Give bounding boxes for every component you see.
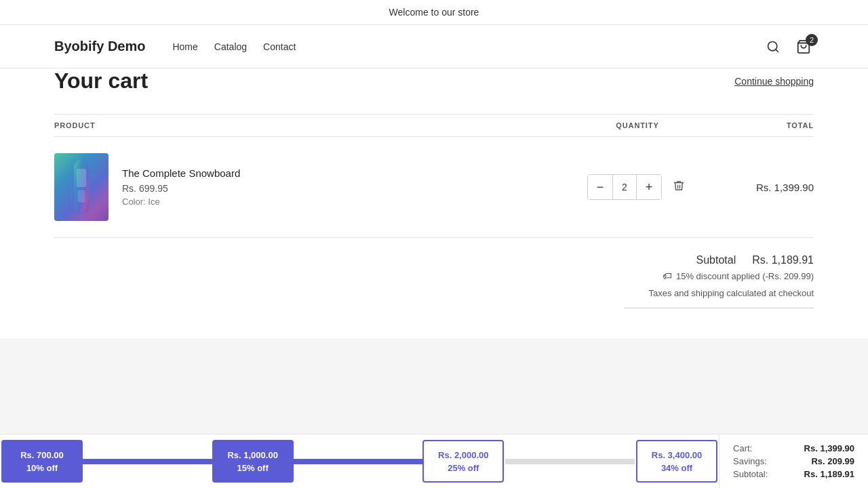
site-logo[interactable]: Byobify Demo: [54, 39, 145, 54]
announcement-bar: Welcome to our store: [0, 0, 868, 25]
snowboard-svg: [68, 157, 95, 218]
header-icons: 2: [764, 37, 814, 57]
quantity-control: − 2 +: [587, 174, 662, 200]
cart-button[interactable]: 2: [793, 37, 814, 57]
quantity-cell: − 2 +: [570, 174, 705, 200]
nav-catalog[interactable]: Catalog: [214, 41, 247, 52]
search-icon: [766, 40, 780, 54]
cart-table-header: PRODUCT QUANTITY TOTAL: [54, 114, 814, 137]
subtotal-label: Subtotal: [696, 254, 736, 266]
cart-item: The Complete Snowboard Rs. 699.95 Color:…: [54, 137, 814, 238]
product-image: [54, 153, 108, 221]
svg-line-1: [776, 49, 778, 52]
announcement-text: Welcome to our store: [389, 7, 479, 18]
svg-rect-5: [78, 190, 85, 203]
cart-header: Your cart Continue shopping: [54, 68, 814, 94]
taxes-note: Taxes and shipping calculated at checkou…: [648, 288, 814, 298]
quantity-value: 2: [612, 175, 637, 199]
trash-icon: [673, 180, 685, 192]
col-product-header: PRODUCT: [54, 121, 570, 129]
cart-summary: Subtotal Rs. 1,189.91 🏷 15% discount app…: [54, 238, 814, 325]
continue-shopping-button[interactable]: Continue shopping: [734, 76, 814, 87]
search-button[interactable]: [764, 37, 783, 56]
header: Byobify Demo Home Catalog Contact 2: [0, 25, 868, 68]
product-cell: The Complete Snowboard Rs. 699.95 Color:…: [54, 153, 570, 221]
discount-row: 🏷 15% discount applied (-Rs. 209.99): [663, 270, 814, 281]
nav-home[interactable]: Home: [172, 41, 197, 52]
item-total: Rs. 1,399.90: [705, 182, 814, 193]
svg-rect-4: [77, 169, 86, 187]
nav-contact[interactable]: Contact: [263, 41, 296, 52]
quantity-increase-button[interactable]: +: [637, 175, 661, 199]
subtotal-value: Rs. 1,189.91: [752, 254, 814, 266]
col-total-header: TOTAL: [705, 121, 814, 129]
delete-item-button[interactable]: [670, 177, 688, 198]
product-name: The Complete Snowboard: [122, 167, 240, 179]
main-nav: Home Catalog Contact: [172, 41, 764, 52]
main-content: Your cart Continue shopping PRODUCT QUAN…: [54, 68, 814, 325]
cart-badge: 2: [806, 34, 818, 46]
tag-icon: 🏷: [663, 270, 672, 281]
col-quantity-header: QUANTITY: [570, 121, 705, 129]
cart-title: Your cart: [54, 68, 148, 94]
discount-text: 15% discount applied (-Rs. 209.99): [676, 271, 814, 281]
subtotal-row: Subtotal Rs. 1,189.91: [696, 254, 814, 266]
quantity-decrease-button[interactable]: −: [588, 175, 612, 199]
product-variant: Color: Ice: [122, 197, 240, 207]
product-price: Rs. 699.95: [122, 183, 240, 194]
product-info: The Complete Snowboard Rs. 699.95 Color:…: [122, 167, 240, 207]
